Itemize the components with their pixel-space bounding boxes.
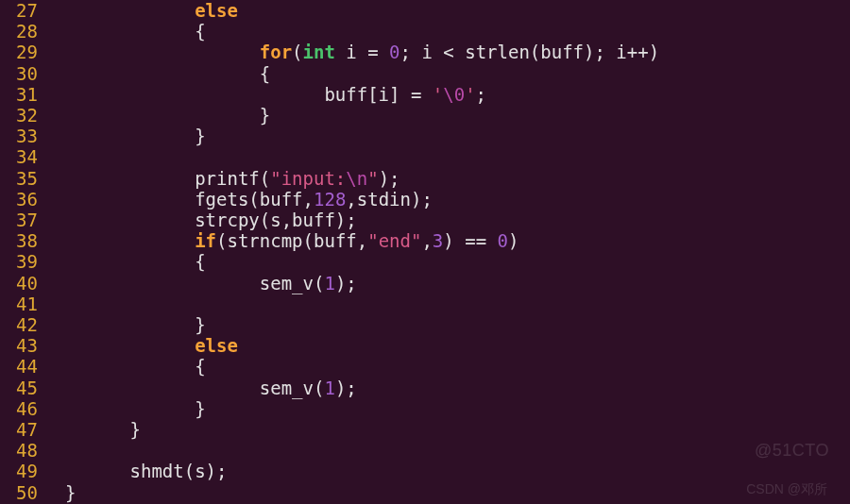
code-line[interactable]: 46 } bbox=[0, 398, 850, 419]
code-line[interactable]: 37 strcpy(s,buff); bbox=[0, 210, 850, 230]
code-content[interactable]: sem_v(1); bbox=[43, 378, 850, 398]
code-line[interactable]: 42 } bbox=[0, 314, 850, 335]
code-content[interactable] bbox=[43, 294, 850, 314]
line-number: 48 bbox=[0, 440, 43, 461]
line-number: 34 bbox=[0, 146, 43, 167]
line-number: 36 bbox=[0, 189, 43, 210]
line-number: 47 bbox=[0, 419, 43, 440]
line-number: 35 bbox=[0, 168, 43, 189]
line-number: 33 bbox=[0, 126, 43, 146]
code-line[interactable]: 29 for(int i = 0; i < strlen(buff); i++) bbox=[0, 42, 850, 62]
code-content[interactable]: } bbox=[43, 398, 850, 419]
code-editor[interactable]: @51CTO CSDN @邓所 27 else28 {29 for(int i … bbox=[0, 0, 850, 504]
line-number: 37 bbox=[0, 210, 43, 230]
code-content[interactable]: if(strncmp(buff,"end",3) == 0) bbox=[43, 230, 850, 251]
line-number: 29 bbox=[0, 42, 43, 62]
line-number: 50 bbox=[0, 482, 43, 503]
code-content[interactable]: } bbox=[43, 419, 850, 440]
code-content[interactable]: { bbox=[43, 21, 850, 42]
line-number: 31 bbox=[0, 84, 43, 105]
code-content[interactable]: fgets(buff,128,stdin); bbox=[43, 189, 850, 210]
code-content[interactable]: printf("input:\n"); bbox=[43, 168, 850, 189]
code-line[interactable]: 33 } bbox=[0, 126, 850, 146]
code-line[interactable]: 30 { bbox=[0, 63, 850, 84]
code-line[interactable]: 47 } bbox=[0, 419, 850, 440]
code-line[interactable]: 49 shmdt(s); bbox=[0, 461, 850, 481]
code-content[interactable]: } bbox=[43, 314, 850, 335]
line-number: 46 bbox=[0, 398, 43, 419]
code-content[interactable]: strcpy(s,buff); bbox=[43, 210, 850, 230]
line-number: 45 bbox=[0, 378, 43, 398]
code-content[interactable]: buff[i] = '\0'; bbox=[43, 84, 850, 105]
code-line[interactable]: 39 { bbox=[0, 251, 850, 272]
line-number: 38 bbox=[0, 230, 43, 251]
code-line[interactable]: 35 printf("input:\n"); bbox=[0, 168, 850, 189]
code-line[interactable]: 27 else bbox=[0, 0, 850, 21]
line-number: 44 bbox=[0, 356, 43, 377]
code-content[interactable]: { bbox=[43, 356, 850, 377]
code-line[interactable]: 44 { bbox=[0, 356, 850, 377]
code-content[interactable]: else bbox=[43, 0, 850, 21]
line-number: 32 bbox=[0, 105, 43, 126]
code-content[interactable]: shmdt(s); bbox=[43, 461, 850, 481]
code-line[interactable]: 50 } bbox=[0, 482, 850, 503]
code-line[interactable]: 32 } bbox=[0, 105, 850, 126]
code-line[interactable]: 28 { bbox=[0, 21, 850, 42]
line-number: 27 bbox=[0, 0, 43, 21]
line-number: 28 bbox=[0, 21, 43, 42]
code-content[interactable]: } bbox=[43, 126, 850, 146]
line-number: 30 bbox=[0, 63, 43, 84]
code-line[interactable]: 41 bbox=[0, 294, 850, 314]
code-content[interactable] bbox=[43, 440, 850, 461]
line-number: 41 bbox=[0, 294, 43, 314]
code-content[interactable] bbox=[43, 146, 850, 167]
code-content[interactable]: else bbox=[43, 335, 850, 356]
code-line[interactable]: 48 bbox=[0, 440, 850, 461]
line-number: 40 bbox=[0, 273, 43, 294]
code-content[interactable]: sem_v(1); bbox=[43, 273, 850, 294]
line-number: 39 bbox=[0, 251, 43, 272]
code-line[interactable]: 31 buff[i] = '\0'; bbox=[0, 84, 850, 105]
code-content[interactable]: } bbox=[43, 482, 850, 503]
code-content[interactable]: { bbox=[43, 63, 850, 84]
code-content[interactable]: { bbox=[43, 251, 850, 272]
line-number: 43 bbox=[0, 335, 43, 356]
line-number: 42 bbox=[0, 314, 43, 335]
code-content[interactable]: for(int i = 0; i < strlen(buff); i++) bbox=[43, 42, 850, 62]
code-line[interactable]: 34 bbox=[0, 146, 850, 167]
code-line[interactable]: 43 else bbox=[0, 335, 850, 356]
code-line[interactable]: 36 fgets(buff,128,stdin); bbox=[0, 189, 850, 210]
code-line[interactable]: 40 sem_v(1); bbox=[0, 273, 850, 294]
line-number: 49 bbox=[0, 461, 43, 481]
code-line[interactable]: 38 if(strncmp(buff,"end",3) == 0) bbox=[0, 230, 850, 251]
code-line[interactable]: 45 sem_v(1); bbox=[0, 378, 850, 398]
code-content[interactable]: } bbox=[43, 105, 850, 126]
